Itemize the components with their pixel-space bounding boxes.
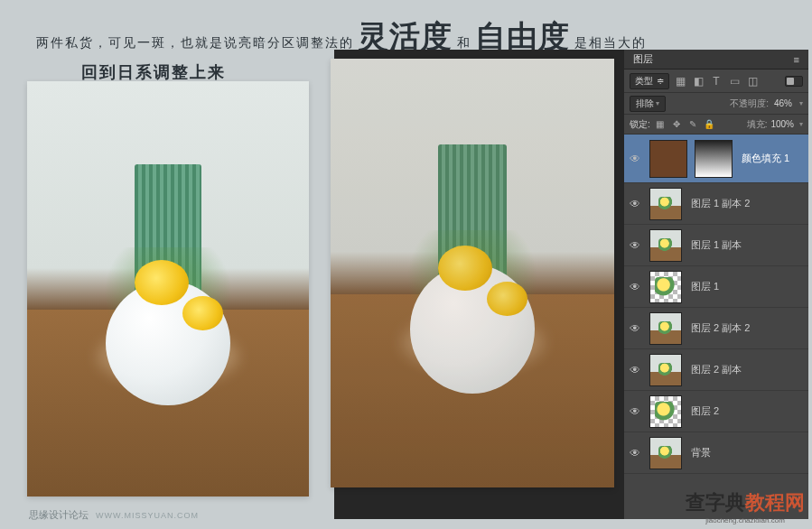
layer-thumb[interactable] (649, 395, 682, 428)
opacity-label: 不透明度: (730, 97, 769, 110)
layer-row[interactable]: 👁图层 1 副本 (624, 225, 808, 266)
layer-name[interactable]: 图层 1 副本 (691, 238, 803, 252)
headline-big1: 灵活度 (358, 20, 453, 53)
layer-thumb[interactable] (649, 312, 682, 345)
layer-row[interactable]: 👁图层 2 副本 2 (624, 308, 808, 349)
panel-tab-bar: 图层 ≡ (624, 50, 808, 70)
layer-thumb[interactable] (649, 354, 682, 386)
layer-visibility-icon[interactable]: 👁 (624, 281, 646, 293)
brand-url: jiaocheng.chazidian.com (686, 516, 805, 524)
filter-kind-select[interactable]: 类型 ≑ (630, 73, 669, 89)
layer-visibility-icon[interactable]: 👁 (624, 364, 646, 376)
filter-text-icon[interactable]: T (709, 74, 723, 88)
layer-name[interactable]: 图层 2 副本 2 (691, 321, 803, 335)
filter-toggle[interactable] (785, 76, 803, 87)
fill-value[interactable]: 100% (770, 119, 794, 129)
layer-visibility-icon[interactable]: 👁 (624, 198, 646, 210)
layer-name[interactable]: 图层 1 副本 2 (691, 197, 803, 210)
watermark-site: 思缘设计论坛 (29, 508, 89, 522)
layer-thumb-fill[interactable] (649, 140, 687, 178)
layer-thumb[interactable] (649, 437, 682, 469)
layer-name[interactable]: 颜色填充 1 (742, 152, 803, 165)
fill-chevron-icon[interactable]: ▾ (799, 120, 803, 128)
filter-row: 类型 ≑ ▦ ◧ T ▭ ◫ (624, 70, 808, 93)
headline-big2: 自由度 (475, 20, 570, 53)
layer-visibility-icon[interactable]: 👁 (624, 405, 646, 418)
layer-row[interactable]: 👁图层 1 副本 2 (624, 183, 808, 225)
watermark: 思缘设计论坛 WWW.MISSYUAN.COM (29, 508, 199, 522)
fill-label: 填充: (747, 118, 768, 131)
layer-row[interactable]: 👁颜色填充 1 (624, 135, 808, 183)
layer-row[interactable]: 👁图层 1 (624, 266, 808, 308)
layers-list[interactable]: 👁颜色填充 1👁图层 1 副本 2👁图层 1 副本👁图层 1👁图层 2 副本 2… (624, 135, 808, 497)
filter-shape-icon[interactable]: ▭ (727, 74, 742, 88)
filter-adjust-icon[interactable]: ◧ (691, 74, 705, 88)
layer-visibility-icon[interactable]: 👁 (624, 153, 646, 165)
headline-suffix: 是相当大的 (574, 35, 647, 50)
filter-smart-icon[interactable]: ◫ (745, 74, 760, 88)
watermark-url: WWW.MISSYUAN.COM (96, 511, 199, 520)
lock-all-icon[interactable]: 🔒 (703, 118, 715, 131)
layer-visibility-icon[interactable]: 👁 (624, 447, 646, 459)
photoshop-window: 图层 ≡ 类型 ≑ ▦ ◧ T ▭ ◫ 排除 ▾ 不透明度: 46% ▾ 锁定: (334, 50, 808, 519)
layer-row[interactable]: 👁图层 2 副本 (624, 349, 808, 391)
layer-row[interactable]: 👁背景 (624, 432, 808, 474)
lock-position-icon[interactable]: ✥ (670, 118, 683, 131)
panel-tab-layers[interactable]: 图层 (633, 52, 653, 66)
headline-prefix: 两件私货，可见一斑，也就是说亮暗分区调整法的 (36, 35, 354, 50)
blend-mode-select[interactable]: 排除 ▾ (630, 96, 666, 112)
layer-visibility-icon[interactable]: 👁 (624, 322, 646, 335)
layer-thumb-mask[interactable] (695, 140, 733, 178)
layer-row[interactable]: 👁图层 2 (624, 391, 808, 432)
layer-thumb[interactable] (649, 229, 682, 262)
headline-and: 和 (457, 35, 471, 50)
panel-menu-icon[interactable]: ≡ (794, 54, 799, 65)
original-photo (27, 81, 309, 497)
layer-name[interactable]: 图层 2 副本 (691, 363, 803, 376)
lock-row: 锁定: ▦ ✥ ✎ 🔒 填充: 100% ▾ (624, 115, 808, 135)
brand-b: 教程网 (745, 491, 805, 514)
opacity-chevron-icon[interactable]: ▾ (799, 99, 803, 107)
filter-pixel-icon[interactable]: ▦ (673, 74, 687, 88)
layer-name[interactable]: 图层 1 (691, 280, 803, 293)
layer-visibility-icon[interactable]: 👁 (624, 239, 646, 252)
layer-thumb[interactable] (649, 188, 682, 220)
lock-pixels-icon[interactable]: ▦ (654, 118, 667, 131)
layers-panel: 图层 ≡ 类型 ≑ ▦ ◧ T ▭ ◫ 排除 ▾ 不透明度: 46% ▾ 锁定: (624, 50, 808, 519)
lock-brush-icon[interactable]: ✎ (686, 118, 699, 131)
lock-label: 锁定: (630, 118, 650, 131)
canvas-area[interactable] (334, 50, 623, 519)
layer-name[interactable]: 图层 2 (691, 404, 803, 418)
layer-thumb[interactable] (649, 271, 682, 303)
blend-row: 排除 ▾ 不透明度: 46% ▾ (624, 93, 808, 115)
opacity-value[interactable]: 46% (774, 98, 792, 108)
brand-logo: 查字典教程网 jiaocheng.chazidian.com (686, 489, 805, 524)
layer-name[interactable]: 背景 (691, 446, 803, 459)
brand-a: 查字典 (686, 491, 745, 514)
